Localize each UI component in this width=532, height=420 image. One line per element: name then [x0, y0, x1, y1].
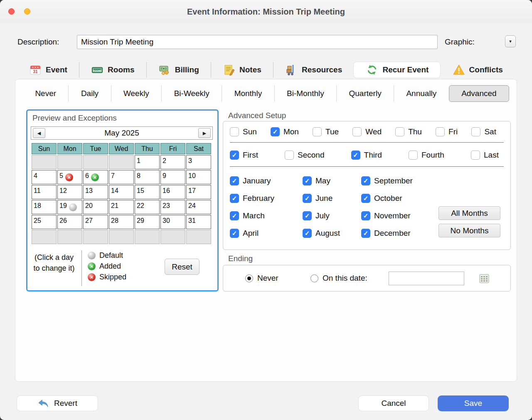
no-months-button[interactable]: No Months [438, 224, 500, 237]
calendar-day-2[interactable]: 2 [160, 155, 185, 169]
calendar-day-8[interactable]: 8 [135, 170, 160, 184]
calendar-day-30[interactable]: 30 [160, 215, 185, 229]
month-checkbox-july[interactable]: ✓July [303, 210, 340, 222]
tab-event[interactable]: 31Event [17, 62, 79, 78]
calendar-day-19[interactable]: 19 [57, 200, 82, 214]
tab-rooms[interactable]: ROOMSRooms [79, 62, 146, 78]
close-window-button[interactable] [8, 8, 15, 15]
recurrence-tab-daily[interactable]: Daily [68, 85, 111, 102]
date-picker-icon[interactable] [479, 274, 490, 284]
tab-recur-event[interactable]: Recur Event [354, 62, 440, 78]
previous-month-button[interactable]: ◀ [33, 128, 45, 138]
minimize-window-button[interactable] [24, 8, 30, 15]
calendar-day-1[interactable]: 1 [135, 155, 160, 169]
month-checkbox-april[interactable]: ✓April [230, 227, 274, 239]
weekday-checkbox-sun[interactable]: Sun [230, 126, 257, 138]
calendar-day-27[interactable]: 27 [83, 215, 108, 229]
all-months-button[interactable]: All Months [438, 206, 500, 220]
recurrence-tab-bi-weekly[interactable]: Bi-Weekly [161, 85, 222, 102]
recurrence-tab-annually[interactable]: Annually [394, 85, 449, 102]
calendar-day-31[interactable]: 31 [186, 215, 211, 229]
month-checkbox-label: November [374, 211, 411, 220]
calendar-day-content: 25 [34, 215, 56, 229]
weekday-checkbox-label: Mon [283, 127, 299, 136]
calendar-day-4[interactable]: 4 [32, 170, 57, 184]
weekday-checkbox-label: Wed [365, 127, 382, 136]
checkbox-checked-icon: ✓ [303, 176, 312, 185]
reset-button[interactable]: Reset [165, 259, 200, 275]
ending-never-radio[interactable]: Never [245, 274, 278, 283]
recurrence-tab-never[interactable]: Never [23, 85, 68, 102]
checkbox-checked-icon: ✓ [230, 194, 239, 203]
weekday-checkbox-mon[interactable]: ✓Mon [271, 126, 299, 138]
month-checkbox-january[interactable]: ✓January [230, 175, 274, 187]
tab-billing[interactable]: Billing [146, 62, 211, 78]
day-number: 27 [85, 217, 93, 225]
calendar-day-5[interactable]: 5× [57, 170, 82, 184]
recurrence-tab-bi-monthly[interactable]: Bi-Monthly [274, 85, 337, 102]
month-checkbox-label: December [374, 229, 411, 238]
description-input[interactable] [77, 35, 438, 49]
ordinal-checkbox-first[interactable]: ✓First [230, 149, 258, 161]
calendar-day-13[interactable]: 13 [83, 185, 108, 199]
calendar-day-14[interactable]: 14 [109, 185, 134, 199]
month-checkbox-september[interactable]: ✓September [361, 175, 413, 187]
calendar-day-11[interactable]: 11 [32, 185, 57, 199]
month-checkbox-december[interactable]: ✓December [361, 227, 413, 239]
calendar-day-18[interactable]: 18 [32, 200, 57, 214]
recurrence-tab-weekly[interactable]: Weekly [111, 85, 162, 102]
calendar-day-3[interactable]: 3 [186, 155, 211, 169]
calendar-day-9[interactable]: 9 [160, 170, 185, 184]
calendar-day-17[interactable]: 17 [186, 185, 211, 199]
ordinal-checkbox-fourth[interactable]: Fourth [409, 149, 444, 161]
month-checkbox-november[interactable]: ✓November [361, 210, 413, 222]
recurrence-tab-advanced[interactable]: Advanced [449, 85, 509, 102]
month-checkbox-label: March [243, 211, 265, 220]
month-checkbox-august[interactable]: ✓August [303, 227, 340, 239]
calendar-day-29[interactable]: 29 [135, 215, 160, 229]
calendar-day-24[interactable]: 24 [186, 200, 211, 214]
calendar-day-16[interactable]: 16 [160, 185, 185, 199]
calendar-day-15[interactable]: 15 [135, 185, 160, 199]
ending-on-date-radio[interactable]: On this date: [310, 274, 367, 283]
tab-conflicts[interactable]: Conflicts [440, 62, 515, 78]
next-month-button[interactable]: ▶ [198, 128, 211, 138]
legend-added-icon: × [88, 262, 96, 270]
separator-line [230, 142, 504, 143]
weekday-checkbox-wed[interactable]: Wed [352, 126, 382, 138]
recurrence-tab-quarterly[interactable]: Quarterly [336, 85, 394, 102]
calendar-day-10[interactable]: 10 [186, 170, 211, 184]
month-checkbox-february[interactable]: ✓February [230, 192, 274, 204]
weekday-checkbox-thu[interactable]: Thu [395, 126, 422, 138]
calendar-day-23[interactable]: 23 [160, 200, 185, 214]
save-button[interactable]: Save [438, 395, 509, 411]
weekday-checkbox-tue[interactable]: Tue [313, 126, 339, 138]
tab-resources[interactable]: Resources [273, 62, 354, 78]
ordinal-checkbox-third[interactable]: ✓Third [351, 149, 382, 161]
revert-button[interactable]: Revert [17, 395, 98, 411]
weekday-checkbox-sat[interactable]: Sat [471, 126, 496, 138]
day-number: 11 [34, 187, 41, 195]
month-checkbox-may[interactable]: ✓May [303, 175, 340, 187]
ending-date-input[interactable] [389, 272, 464, 285]
graphic-dropdown-button[interactable]: ▾ [505, 35, 516, 47]
calendar-day-21[interactable]: 21 [109, 200, 134, 214]
calendar-day-25[interactable]: 25 [32, 215, 57, 229]
ordinal-checkbox-second[interactable]: Second [285, 149, 324, 161]
month-checkbox-march[interactable]: ✓March [230, 210, 274, 222]
weekday-checkbox-fri[interactable]: Fri [436, 126, 458, 138]
tab-notes[interactable]: Notes [211, 62, 273, 78]
calendar-day-22[interactable]: 22 [135, 200, 160, 214]
month-checkbox-june[interactable]: ✓June [303, 192, 340, 204]
recurrence-tab-monthly[interactable]: Monthly [222, 85, 274, 102]
calendar-day-7[interactable]: 7 [109, 170, 134, 184]
cancel-button[interactable]: Cancel [358, 395, 429, 411]
calendar-day-content: 27 [85, 215, 108, 229]
calendar-day-26[interactable]: 26 [57, 215, 82, 229]
calendar-day-28[interactable]: 28 [109, 215, 134, 229]
calendar-day-12[interactable]: 12 [57, 185, 82, 199]
ordinal-checkbox-last[interactable]: Last [471, 149, 499, 161]
calendar-day-6[interactable]: 6× [83, 170, 108, 184]
calendar-day-20[interactable]: 20 [83, 200, 108, 214]
month-checkbox-october[interactable]: ✓October [361, 192, 413, 204]
